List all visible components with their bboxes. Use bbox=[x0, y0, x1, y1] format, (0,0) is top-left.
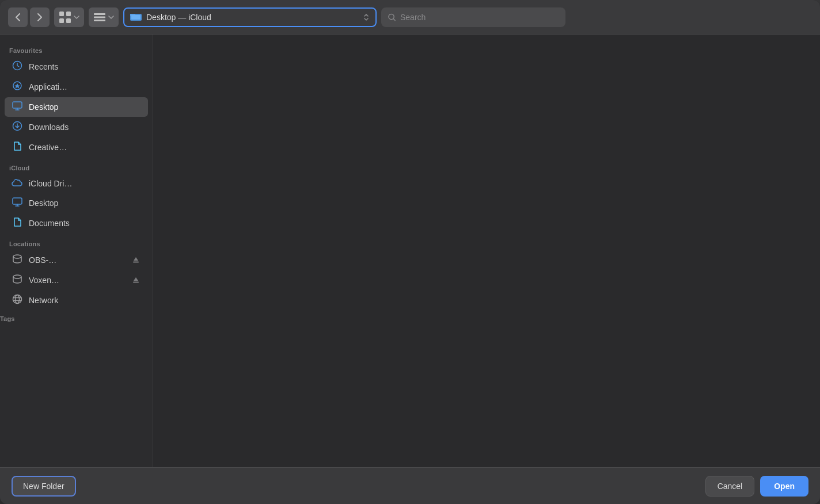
svg-rect-2 bbox=[59, 18, 64, 23]
sidebar-item-network[interactable]: Network bbox=[5, 291, 148, 310]
svg-rect-15 bbox=[13, 198, 22, 204]
search-input[interactable] bbox=[400, 13, 559, 22]
svg-rect-9 bbox=[131, 15, 141, 20]
sidebar-item-voxen[interactable]: Voxen… bbox=[5, 270, 148, 290]
svg-rect-5 bbox=[94, 16, 105, 18]
svg-rect-17 bbox=[133, 261, 139, 262]
doc-icon bbox=[12, 141, 23, 154]
sidebar-item-icloud-desktop[interactable]: Desktop bbox=[5, 193, 148, 213]
open-button[interactable]: Open bbox=[760, 476, 808, 497]
eject-button-voxen[interactable] bbox=[131, 274, 141, 287]
bottom-right: Cancel Open bbox=[705, 476, 808, 497]
svg-point-21 bbox=[16, 295, 20, 304]
chevron-down-icon-2 bbox=[108, 16, 114, 19]
bottom-bar: New Folder Cancel Open bbox=[0, 467, 820, 504]
sidebar-item-label-voxen: Voxen… bbox=[29, 276, 125, 285]
svg-rect-0 bbox=[59, 12, 64, 16]
search-icon bbox=[388, 13, 396, 21]
sidebar-item-documents[interactable]: Documents bbox=[5, 213, 148, 233]
svg-rect-3 bbox=[66, 18, 71, 23]
view-selector-1[interactable] bbox=[54, 7, 84, 27]
chevron-down-icon bbox=[74, 16, 79, 19]
drive-icon-voxen bbox=[12, 274, 23, 287]
sidebar-item-downloads[interactable]: Downloads bbox=[5, 117, 148, 137]
svg-rect-6 bbox=[94, 20, 105, 21]
svg-rect-4 bbox=[94, 13, 105, 15]
column-view-icon bbox=[93, 11, 106, 24]
main-area: Favourites Recents bbox=[0, 35, 820, 467]
grid-view-icon bbox=[59, 11, 71, 24]
sidebar: Favourites Recents bbox=[0, 35, 153, 467]
sidebar-item-label-creative: Creative… bbox=[29, 143, 141, 152]
locations-header: Locations bbox=[0, 234, 153, 250]
toolbar: Desktop — iCloud bbox=[0, 0, 820, 35]
sidebar-item-applications[interactable]: Applicati… bbox=[5, 77, 148, 97]
file-dialog: Desktop — iCloud Favourites bbox=[0, 0, 820, 504]
bottom-left: New Folder bbox=[12, 476, 76, 497]
sidebar-item-label-obs: OBS-… bbox=[29, 255, 125, 265]
sidebar-item-label-applications: Applicati… bbox=[29, 82, 141, 91]
clock-icon bbox=[12, 60, 23, 73]
applications-icon bbox=[12, 81, 23, 93]
eject-button-obs[interactable] bbox=[131, 254, 141, 266]
svg-rect-13 bbox=[13, 102, 22, 108]
sidebar-item-label-network: Network bbox=[29, 296, 141, 305]
sidebar-item-recents[interactable]: Recents bbox=[5, 57, 148, 77]
drive-icon-obs bbox=[12, 254, 23, 266]
svg-rect-1 bbox=[66, 12, 71, 16]
sidebar-item-creative[interactable]: Creative… bbox=[5, 138, 148, 157]
sidebar-item-icloud-drive[interactable]: iCloud Dri… bbox=[5, 174, 148, 193]
sidebar-item-label-downloads: Downloads bbox=[29, 123, 141, 132]
tags-header: Tags bbox=[0, 311, 153, 324]
cloud-icon bbox=[12, 178, 23, 189]
search-bar[interactable] bbox=[381, 7, 565, 27]
sidebar-item-label-documents: Documents bbox=[29, 219, 141, 228]
documents-icon bbox=[12, 217, 23, 230]
desktop-icloud-icon bbox=[12, 197, 23, 209]
location-bar[interactable]: Desktop — iCloud bbox=[123, 7, 377, 27]
back-button[interactable] bbox=[8, 7, 28, 27]
svg-point-18 bbox=[13, 275, 21, 278]
forward-button[interactable] bbox=[30, 7, 50, 27]
new-folder-button[interactable]: New Folder bbox=[12, 476, 76, 497]
sidebar-item-label-icloud-drive: iCloud Dri… bbox=[29, 179, 141, 188]
svg-point-16 bbox=[13, 255, 21, 258]
location-folder-icon bbox=[130, 12, 142, 23]
sidebar-item-label-recents: Recents bbox=[29, 62, 141, 71]
view-selector-2[interactable] bbox=[89, 7, 119, 27]
location-text: Desktop — iCloud bbox=[146, 13, 358, 22]
cancel-button[interactable]: Cancel bbox=[705, 476, 755, 497]
location-arrows bbox=[363, 13, 370, 21]
sidebar-item-obs[interactable]: OBS-… bbox=[5, 250, 148, 270]
sidebar-item-desktop[interactable]: Desktop bbox=[5, 97, 148, 117]
file-area bbox=[153, 35, 820, 467]
globe-icon bbox=[12, 294, 23, 307]
desktop-icon bbox=[12, 101, 23, 113]
nav-buttons bbox=[8, 7, 50, 27]
svg-point-20 bbox=[13, 295, 22, 304]
icloud-header: iCloud bbox=[0, 158, 153, 174]
svg-rect-19 bbox=[133, 281, 139, 282]
sidebar-item-label-desktop: Desktop bbox=[29, 102, 141, 112]
download-icon bbox=[12, 121, 23, 133]
favourites-header: Favourites bbox=[0, 40, 153, 56]
sidebar-item-label-icloud-desktop: Desktop bbox=[29, 198, 141, 208]
